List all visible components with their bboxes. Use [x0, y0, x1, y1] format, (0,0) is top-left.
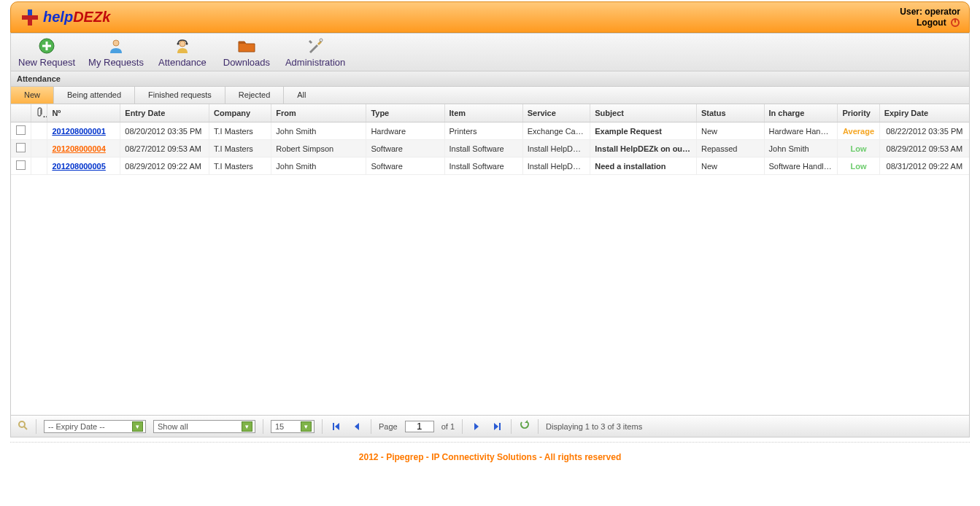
nav-my-requests[interactable]: My Requests [88, 36, 144, 68]
svg-point-9 [180, 41, 185, 47]
perpage-value: 15 [275, 422, 296, 431]
col-checkbox [11, 104, 31, 122]
topbar: helpDEZk User: operator Logout [10, 1, 970, 33]
divider [371, 419, 371, 434]
user-block: User: operator Logout [900, 7, 960, 28]
nav-label: Attendance [157, 57, 208, 68]
row-checkbox[interactable] [16, 125, 26, 135]
sort-value: -- Expiry Date -- [48, 422, 128, 431]
nav-new-request[interactable]: New Request [18, 36, 75, 68]
power-icon[interactable] [950, 17, 960, 28]
nav-label: My Requests [88, 57, 144, 68]
request-number-link[interactable]: 201208000001 [52, 127, 105, 136]
logo-text-help: help [43, 9, 73, 26]
nav-attendance[interactable]: Attendance [157, 36, 208, 68]
last-page-button[interactable] [490, 420, 503, 433]
priority-badge: Low [842, 144, 874, 153]
svg-point-12 [320, 39, 323, 42]
plus-icon [18, 36, 75, 55]
section-title: Attendance [10, 71, 970, 87]
tab-being-attended[interactable]: Being attended [54, 87, 135, 104]
logo-icon [20, 7, 40, 28]
display-info: Displaying 1 to 3 of 3 items [546, 422, 642, 431]
prev-page-button[interactable] [350, 420, 363, 433]
page-input[interactable] [405, 421, 434, 432]
svg-point-10 [177, 43, 179, 45]
of-label: of 1 [441, 422, 455, 431]
col-status[interactable]: Status [696, 104, 764, 122]
svg-point-13 [19, 421, 25, 427]
col-priority[interactable]: Priority [838, 104, 879, 122]
logo-text-dezk: DEZk [73, 9, 110, 26]
svg-line-14 [24, 427, 27, 429]
nav-downloads[interactable]: Downloads [221, 36, 272, 68]
divider [538, 419, 539, 434]
col-type[interactable]: Type [366, 104, 444, 122]
table-row[interactable]: 20120800000408/27/2012 09:53 AMT.I Maste… [11, 140, 969, 157]
col-attachment[interactable] [31, 104, 47, 122]
divider [36, 419, 36, 434]
nav-label: New Request [18, 57, 75, 68]
page-label: Page [379, 422, 398, 431]
user-label: User: operator [900, 7, 960, 17]
divider [322, 419, 323, 434]
priority-badge: Average [842, 127, 874, 136]
svg-rect-2 [28, 9, 32, 15]
show-value: Show all [158, 422, 237, 431]
svg-point-11 [185, 43, 188, 45]
logout-link[interactable]: Logout [917, 17, 946, 28]
nav-administration[interactable]: Administration [285, 36, 345, 68]
tab-rejected[interactable]: Rejected [225, 87, 284, 104]
tools-icon [285, 36, 345, 55]
pager: -- Expiry Date -- ▾ Show all ▾ 15 ▾ Page… [10, 416, 970, 437]
request-number-link[interactable]: 201208000004 [52, 144, 105, 153]
main-nav: New Request My Requests Attendance Downl… [10, 33, 970, 71]
col-number[interactable]: Nº [47, 104, 120, 122]
svg-point-8 [113, 40, 119, 46]
paperclip-icon [36, 110, 43, 119]
col-entry-date[interactable]: Entry Date [120, 104, 209, 122]
divider [462, 419, 463, 434]
col-in-charge[interactable]: In charge [764, 104, 838, 122]
nav-label: Downloads [221, 57, 272, 68]
request-number-link[interactable]: 201208000005 [52, 162, 105, 171]
col-company[interactable]: Company [209, 104, 271, 122]
sort-select[interactable]: -- Expiry Date -- ▾ [44, 420, 146, 433]
tab-all[interactable]: All [284, 87, 319, 104]
folder-icon [221, 36, 272, 55]
row-checkbox[interactable] [16, 143, 26, 152]
perpage-select[interactable]: 15 ▾ [271, 420, 315, 433]
search-icon[interactable] [17, 420, 28, 432]
requests-table: Nº Entry Date Company From Type Item Ser… [11, 104, 969, 175]
person-icon [88, 36, 144, 55]
tab-finished[interactable]: Finished requests [135, 87, 225, 104]
col-service[interactable]: Service [522, 104, 590, 122]
nav-label: Administration [285, 57, 345, 68]
col-from[interactable]: From [271, 104, 366, 122]
first-page-button[interactable] [330, 420, 343, 433]
col-item[interactable]: Item [444, 104, 522, 122]
refresh-button[interactable] [519, 420, 530, 432]
chevron-down-icon: ▾ [242, 421, 252, 432]
divider [263, 419, 263, 434]
app-logo: helpDEZk [20, 7, 110, 28]
row-checkbox[interactable] [16, 160, 26, 170]
tab-new[interactable]: New [11, 87, 54, 104]
col-expiry[interactable]: Expiry Date [879, 104, 969, 122]
next-page-button[interactable] [470, 420, 483, 433]
chevron-down-icon: ▾ [301, 421, 312, 432]
footer: 2012 - Pipegrep - IP Connectivity Soluti… [0, 452, 980, 462]
filter-tabs: New Being attended Finished requests Rej… [10, 87, 970, 104]
grid: Nº Entry Date Company From Type Item Ser… [10, 104, 970, 416]
col-subject[interactable]: Subject [590, 104, 697, 122]
chevron-down-icon: ▾ [132, 421, 143, 432]
priority-badge: Low [842, 162, 874, 171]
footer-separator [10, 442, 970, 443]
show-select[interactable]: Show all ▾ [153, 420, 255, 433]
divider [511, 419, 512, 434]
table-row[interactable]: 20120800000108/20/2012 03:35 PMT.I Maste… [11, 122, 969, 140]
headset-person-icon [157, 36, 208, 55]
table-row[interactable]: 20120800000508/29/2012 09:22 AMT.I Maste… [11, 157, 969, 175]
